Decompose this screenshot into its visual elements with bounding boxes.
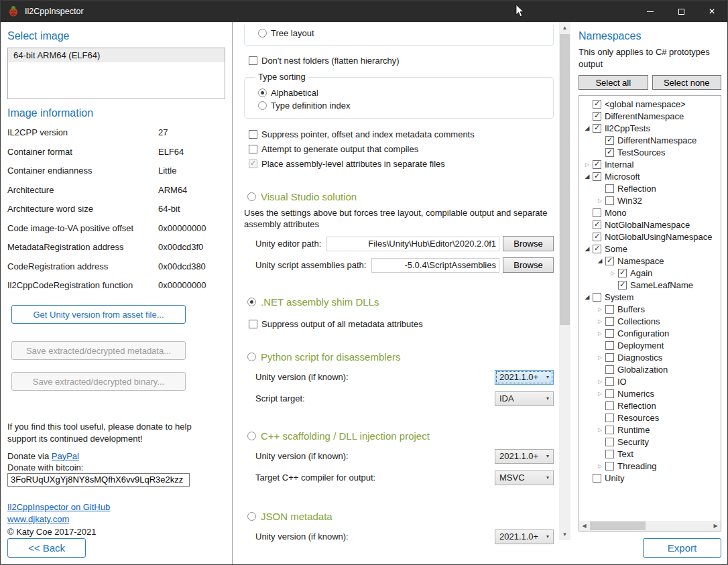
tree-item[interactable]: ▷Runtime xyxy=(579,424,721,436)
maximize-button[interactable] xyxy=(666,1,696,22)
script-assemblies-path-input[interactable]: -5.0.4\ScriptAssemblies xyxy=(371,258,499,273)
radio-icon[interactable] xyxy=(247,432,256,440)
checkbox-checked-icon[interactable] xyxy=(593,112,601,121)
checkbox-checked-icon[interactable] xyxy=(593,221,601,229)
radio-icon[interactable] xyxy=(247,353,256,361)
checkbox-icon[interactable] xyxy=(605,184,614,193)
tree-item[interactable]: Text xyxy=(579,448,721,460)
scroll-left-icon[interactable]: ◀ xyxy=(579,521,589,531)
tree-item[interactable]: ▷Threading xyxy=(579,460,721,472)
checkbox-checked-icon[interactable] xyxy=(605,148,614,157)
tree-item[interactable]: NotGlobalUsingNamespace xyxy=(579,231,721,243)
tree-item[interactable]: DifferentNamespace xyxy=(579,134,721,146)
export-button[interactable]: Export xyxy=(643,538,721,558)
browse-editor-path-button[interactable]: Browse xyxy=(503,236,554,251)
scrollbar-track[interactable] xyxy=(559,34,570,529)
tree-item[interactable]: ▷Numerics xyxy=(579,387,721,399)
checkbox-icon[interactable] xyxy=(249,320,257,328)
checkbox-icon[interactable] xyxy=(605,329,614,338)
tree-item[interactable]: Resources xyxy=(579,412,721,424)
radio-icon[interactable] xyxy=(247,512,256,521)
expander-collapsed-icon[interactable]: ▷ xyxy=(595,391,605,397)
checkbox-icon[interactable] xyxy=(249,56,257,65)
radio-selected-icon[interactable] xyxy=(258,88,267,97)
checkbox-checked-icon[interactable] xyxy=(593,160,601,169)
tree-item[interactable]: ◢System xyxy=(579,291,721,303)
expander-collapsed-icon[interactable]: ▷ xyxy=(595,198,605,204)
dotnet-shim-dlls-option[interactable]: .NET assembly shim DLLs xyxy=(247,295,554,308)
checkbox-icon[interactable] xyxy=(593,208,601,217)
paypal-link[interactable]: PayPal xyxy=(52,451,79,461)
tree-item[interactable]: ◢Il2CppTests xyxy=(579,122,721,134)
checkbox-checked-icon[interactable] xyxy=(593,100,601,109)
type-definition-index-option[interactable]: Type definition index xyxy=(258,100,553,111)
tree-item[interactable]: Deployment xyxy=(579,339,721,351)
minimize-button[interactable] xyxy=(635,1,666,22)
vertical-scrollbar[interactable]: ▲ ▼ xyxy=(559,22,570,540)
checkbox-icon[interactable] xyxy=(605,341,614,350)
checkbox-checked-icon[interactable] xyxy=(618,269,627,277)
website-link[interactable]: www.djkaty.com xyxy=(7,514,69,524)
checkbox-icon[interactable] xyxy=(593,474,601,483)
bitcoin-address-input[interactable] xyxy=(7,473,190,487)
alphabetical-option[interactable]: Alphabetical xyxy=(258,87,553,99)
checkbox-icon[interactable] xyxy=(605,426,614,434)
checkbox-icon[interactable] xyxy=(605,353,614,362)
json-metadata-option[interactable]: JSON metadata xyxy=(247,509,554,523)
expander-expanded-icon[interactable]: ◢ xyxy=(582,125,593,131)
tree-item[interactable]: ▷Configuration xyxy=(579,327,721,339)
tree-item[interactable]: Reflection xyxy=(579,399,721,412)
checkbox-checked-icon[interactable] xyxy=(593,124,601,133)
tree-item[interactable]: Globalization xyxy=(579,363,721,375)
expander-collapsed-icon[interactable]: ▷ xyxy=(582,162,593,168)
scrollbar-thumb[interactable] xyxy=(590,521,646,530)
checkbox-checked-icon[interactable] xyxy=(593,172,601,181)
cpp-compiler-select[interactable]: MSVC ▾ xyxy=(495,470,554,485)
suppress-metadata-attributes-option[interactable]: Suppress output of all metadata attribut… xyxy=(249,318,554,330)
radio-selected-icon[interactable] xyxy=(247,298,256,306)
expander-collapsed-icon[interactable]: ▷ xyxy=(595,306,605,312)
expander-expanded-icon[interactable]: ◢ xyxy=(582,173,593,180)
compilable-output-option[interactable]: Attempt to generate output that compiles xyxy=(249,143,554,155)
expander-collapsed-icon[interactable]: ▷ xyxy=(607,270,618,276)
checkbox-icon[interactable] xyxy=(605,365,614,374)
checkbox-checked-icon[interactable] xyxy=(593,245,601,253)
expander-collapsed-icon[interactable]: ▷ xyxy=(595,318,605,324)
checkbox-checked-icon[interactable] xyxy=(605,257,614,265)
tree-item[interactable]: Reflection xyxy=(579,182,721,194)
tree-item[interactable]: ◢Namespace xyxy=(579,255,721,267)
title-bar[interactable]: Il2CppInspector ✕ xyxy=(1,1,727,22)
tree-item[interactable]: Security xyxy=(579,436,721,448)
unity-editor-path-input[interactable]: Files\Unity\Hub\Editor\2020.2.0f1 xyxy=(326,237,499,251)
tree-item[interactable]: ▷Internal xyxy=(579,158,721,170)
python-unity-version-select[interactable]: 2021.1.0+ ▾ xyxy=(495,370,554,385)
scroll-up-icon[interactable]: ▲ xyxy=(559,22,570,34)
checkbox-checked-icon[interactable] xyxy=(249,160,257,168)
tree-item[interactable]: ▷Diagnostics xyxy=(579,351,721,363)
tree-item[interactable]: NotGlobalNamespace xyxy=(579,218,721,231)
save-metadata-button[interactable]: Save extracted/decrypted metadata... xyxy=(11,341,186,360)
github-link[interactable]: Il2CppInspector on GitHub xyxy=(7,502,110,512)
image-listbox[interactable]: 64-bit ARM64 (ELF64) xyxy=(7,48,225,99)
checkbox-checked-icon[interactable] xyxy=(593,233,601,241)
close-button[interactable]: ✕ xyxy=(696,1,727,22)
expander-expanded-icon[interactable]: ◢ xyxy=(582,245,593,252)
tree-item[interactable]: ▷Buffers xyxy=(579,303,721,315)
radio-icon[interactable] xyxy=(258,29,267,38)
checkbox-icon[interactable] xyxy=(605,317,614,326)
checkbox-icon[interactable] xyxy=(605,377,614,386)
tree-item[interactable]: ▷IO xyxy=(579,375,721,387)
tree-item[interactable]: Unity xyxy=(579,472,721,484)
suppress-comments-option[interactable]: Suppress pointer, offset and index metad… xyxy=(249,128,554,140)
select-none-button[interactable]: Select none xyxy=(652,75,722,90)
checkbox-icon[interactable] xyxy=(605,305,614,314)
tree-layout-option[interactable]: Tree layout xyxy=(258,27,553,39)
radio-icon[interactable] xyxy=(247,192,256,201)
scroll-right-icon[interactable]: ▶ xyxy=(711,521,721,531)
expander-expanded-icon[interactable]: ◢ xyxy=(595,257,605,264)
select-all-button[interactable]: Select all xyxy=(579,75,648,90)
radio-icon[interactable] xyxy=(258,101,267,110)
tree-item[interactable]: ▷Win32 xyxy=(579,194,721,206)
tree-item[interactable]: TestSources xyxy=(579,146,721,158)
expander-expanded-icon[interactable]: ◢ xyxy=(582,294,593,300)
